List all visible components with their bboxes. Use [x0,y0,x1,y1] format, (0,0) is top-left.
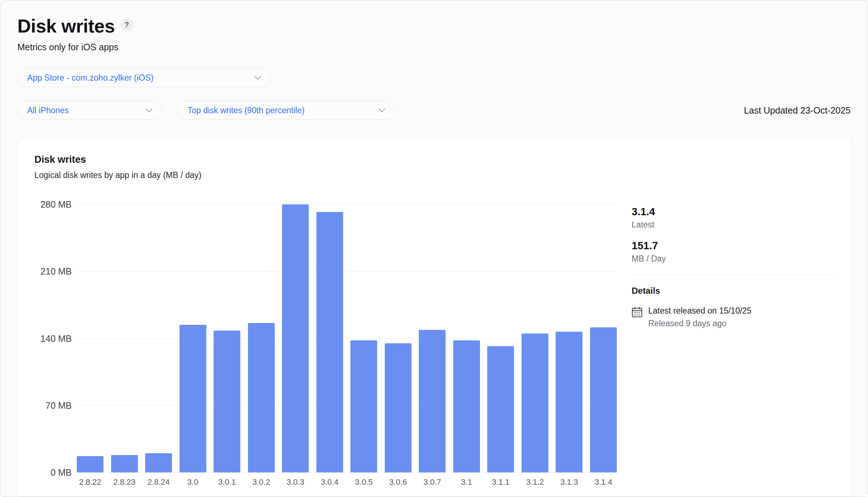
release-info-row: Latest released on 15/10/25 Released 9 d… [632,305,834,329]
card-title: Disk writes [34,153,834,166]
chevron-down-icon [145,107,153,114]
app-selector-value: App Store - com.zoho.zylker (iOS) [27,73,153,83]
bar-3.0.3[interactable] [282,204,309,472]
chevron-down-icon [378,107,386,114]
page: Disk writes ? Metrics only for iOS apps … [0,0,868,497]
chart-plot: 2.8.222.8.232.8.243.03.0.13.0.23.0.33.0.… [77,204,617,472]
header: Disk writes ? [17,15,851,37]
bar-3.0[interactable] [180,325,206,472]
x-tick-label: 3.0.5 [355,477,373,487]
x-tick-label: 3.0 [187,477,198,487]
last-updated-label: Last Updated 23-Oct-2025 [744,105,851,116]
bar-slot: 3.0 [180,204,206,472]
metric-unit: MB / Day [632,254,834,264]
filter-row: All iPhones Top disk writes (90th percen… [17,101,851,120]
bar-slot: 3.0.5 [350,204,377,472]
bar-slot: 3.0.2 [248,204,275,472]
x-tick-label: 3.1.4 [595,477,612,487]
divider [632,275,834,275]
help-icon[interactable]: ? [121,18,133,31]
bar-3.1.2[interactable] [522,334,548,472]
y-tick-label: 210 MB [41,266,72,277]
bar-slot: 2.8.22 [77,204,104,472]
bar-slot: 3.1.4 [590,204,617,472]
x-tick-label: 3.0.7 [424,477,441,487]
chart-area: 0 MB70 MB140 MB210 MB280 MB 2.8.222.8.23… [34,204,834,472]
y-tick-label: 0 MB [51,467,72,478]
card-subtitle: Logical disk writes by app in a day (MB … [34,170,834,180]
bar-slot: 3.1.1 [487,204,514,472]
bar-slot: 3.0.6 [385,204,412,472]
bar-slot: 3.0.3 [282,204,309,472]
release-text: Latest released on 15/10/25 Released 9 d… [648,305,751,329]
latest-version-number: 3.1.4 [632,206,834,218]
device-filter-dropdown[interactable]: All iPhones [17,101,162,120]
metric-value: 151.7 [632,240,834,252]
device-filter-value: All iPhones [27,106,69,115]
metric-filter-dropdown[interactable]: Top disk writes (90th percentile) [178,101,395,120]
metric-filter-value: Top disk writes (90th percentile) [187,106,304,115]
bar-slot: 3.1 [453,204,480,472]
x-tick-label: 3.1 [461,477,472,487]
bar-slot: 2.8.24 [145,204,172,472]
app-selector-dropdown[interactable]: App Store - com.zoho.zylker (iOS) [17,68,271,87]
y-tick-label: 280 MB [41,199,72,210]
bar-slot: 3.0.7 [419,204,446,472]
x-tick-label: 3.1.1 [492,477,510,487]
bar-3.0.2[interactable] [248,323,275,472]
details-title: Details [632,286,834,296]
bar-3.0.1[interactable] [214,331,240,472]
x-tick-label: 3.0.1 [218,477,236,487]
x-tick-label: 3.1.2 [526,477,544,487]
bar-3.0.5[interactable] [350,340,377,472]
x-tick-label: 3.1.3 [560,477,578,487]
bar-slot: 2.8.23 [111,204,138,472]
page-title: Disk writes [17,15,115,37]
bar-3.0.7[interactable] [419,330,446,472]
bar-slot: 3.1.2 [522,204,548,472]
bar-3.0.4[interactable] [316,212,343,472]
version-summary-panel: 3.1.4 Latest 151.7 MB / Day Details [632,204,834,472]
bar-2.8.22[interactable] [77,456,104,472]
bar-3.1.1[interactable] [487,346,514,472]
chart-bars: 2.8.222.8.232.8.243.03.0.13.0.23.0.33.0.… [77,204,617,472]
x-tick-label: 2.8.22 [79,477,101,487]
disk-writes-card: Disk writes Logical disk writes by app i… [17,138,851,497]
calendar-icon [632,307,642,329]
chevron-down-icon [254,75,262,81]
y-tick-label: 140 MB [41,333,72,344]
x-tick-label: 2.8.23 [113,477,135,487]
x-tick-label: 3.0.2 [252,477,270,487]
bar-2.8.23[interactable] [111,455,138,472]
bar-slot: 3.0.1 [214,204,240,472]
x-tick-label: 2.8.24 [147,477,169,487]
release-age-text: Released 9 days ago [648,318,751,329]
latest-version-label: Latest [632,220,834,230]
chart-y-axis: 0 MB70 MB140 MB210 MB280 MB [34,204,77,472]
bar-slot: 3.1.3 [556,204,582,472]
bar-3.1.4[interactable] [590,327,617,472]
y-tick-label: 70 MB [46,400,72,411]
page-subtitle: Metrics only for iOS apps [17,42,851,52]
bar-slot: 3.0.4 [316,204,343,472]
x-tick-label: 3.0.3 [287,477,304,487]
bar-3.1[interactable] [453,340,480,472]
bar-3.1.3[interactable] [556,332,582,472]
release-date-text: Latest released on 15/10/25 [648,305,751,316]
x-tick-label: 3.0.6 [389,477,407,487]
bar-3.0.6[interactable] [385,343,412,472]
x-tick-label: 3.0.4 [321,477,338,487]
bar-2.8.24[interactable] [145,453,172,472]
